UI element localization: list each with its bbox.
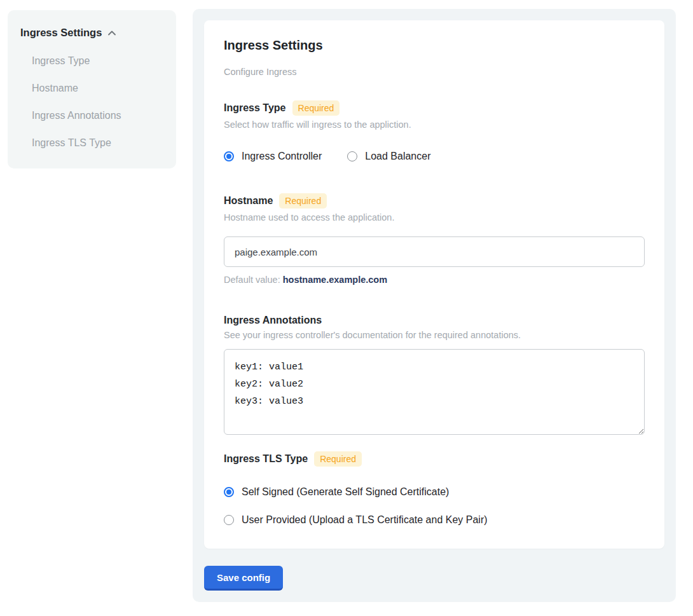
- section-ingress-annotations: Ingress Annotations See your ingress con…: [224, 315, 645, 437]
- section-hostname: Hostname Required Hostname used to acces…: [224, 193, 645, 285]
- ingress-settings-card: Ingress Settings Configure Ingress Ingre…: [204, 20, 664, 549]
- sidebar-item-list: Ingress Type Hostname Ingress Annotation…: [20, 55, 163, 149]
- radio-ingress-controller[interactable]: [224, 151, 234, 161]
- radio-label: User Provided (Upload a TLS Certificate …: [242, 514, 488, 526]
- ingress-annotations-textarea[interactable]: key1: value1 key2: value2 key3: value3: [224, 349, 645, 435]
- hostname-help: Hostname used to access the application.: [224, 212, 645, 222]
- required-badge: Required: [279, 193, 327, 209]
- required-badge: Required: [292, 100, 340, 116]
- page-title: Ingress Settings: [224, 38, 645, 53]
- ingress-type-label: Ingress Type: [224, 102, 286, 114]
- radio-label: Self Signed (Generate Self Signed Certif…: [242, 486, 449, 498]
- settings-panel: Ingress Settings Configure Ingress Ingre…: [193, 9, 676, 602]
- default-value: hostname.example.com: [283, 275, 387, 285]
- hostname-input[interactable]: [224, 236, 645, 267]
- sidebar-group-ingress-settings[interactable]: Ingress Settings: [20, 27, 163, 39]
- ingress-tls-radio-group: Self Signed (Generate Self Signed Certif…: [224, 486, 645, 526]
- required-badge: Required: [314, 451, 362, 467]
- radio-option-load-balancer[interactable]: Load Balancer: [347, 151, 430, 162]
- ingress-tls-type-label: Ingress TLS Type: [224, 453, 308, 465]
- settings-sidebar: Ingress Settings Ingress Type Hostname I…: [8, 10, 176, 168]
- chevron-up-icon: [107, 28, 117, 38]
- ingress-annotations-help: See your ingress controller's documentat…: [224, 330, 645, 340]
- section-ingress-type: Ingress Type Required Select how traffic…: [224, 100, 645, 162]
- radio-option-self-signed[interactable]: Self Signed (Generate Self Signed Certif…: [224, 486, 645, 498]
- sidebar-item-ingress-type[interactable]: Ingress Type: [32, 55, 163, 67]
- radio-option-user-provided[interactable]: User Provided (Upload a TLS Certificate …: [224, 514, 645, 526]
- sidebar-item-ingress-annotations[interactable]: Ingress Annotations: [32, 110, 163, 121]
- radio-label: Ingress Controller: [242, 151, 322, 162]
- ingress-type-radio-group: Ingress Controller Load Balancer: [224, 151, 645, 162]
- sidebar-group-label: Ingress Settings: [20, 27, 102, 39]
- hostname-default-line: Default value: hostname.example.com: [224, 275, 645, 285]
- sidebar-item-ingress-tls-type[interactable]: Ingress TLS Type: [32, 137, 163, 149]
- save-config-button[interactable]: Save config: [204, 566, 283, 591]
- sidebar-item-hostname[interactable]: Hostname: [32, 83, 163, 94]
- ingress-type-help: Select how traffic will ingress to the a…: [224, 120, 645, 130]
- ingress-annotations-label: Ingress Annotations: [224, 315, 322, 326]
- default-value-label: Default value:: [224, 275, 280, 285]
- radio-user-provided[interactable]: [224, 515, 234, 525]
- radio-label: Load Balancer: [365, 151, 430, 162]
- radio-self-signed[interactable]: [224, 487, 234, 497]
- radio-load-balancer[interactable]: [347, 151, 357, 161]
- section-ingress-tls-type: Ingress TLS Type Required Self Signed (G…: [224, 451, 645, 526]
- page-subtitle: Configure Ingress: [224, 67, 645, 77]
- hostname-label: Hostname: [224, 195, 273, 207]
- radio-option-ingress-controller[interactable]: Ingress Controller: [224, 151, 322, 162]
